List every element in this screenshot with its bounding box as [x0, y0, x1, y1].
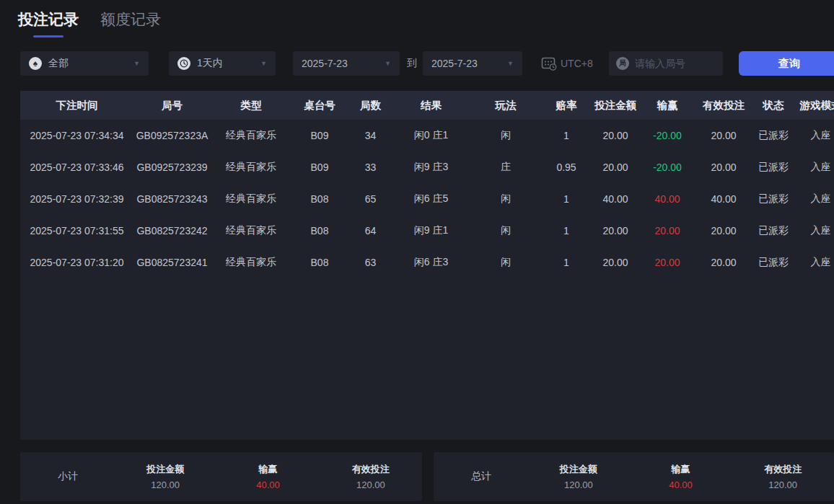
date-to-value: 2025-7-23 — [431, 58, 478, 69]
query-button[interactable]: 查询 — [739, 51, 834, 76]
column-header: 局数 — [348, 91, 393, 120]
table-cell: 入座 — [794, 151, 834, 183]
time-range-value: 1天内 — [197, 57, 223, 70]
summary-stat-label: 有效投注 — [352, 463, 390, 476]
table-cell: 34 — [348, 120, 393, 151]
table-cell: 0.95 — [543, 151, 590, 183]
round-search-input[interactable] — [635, 58, 714, 69]
table-cell: 闲 — [469, 183, 543, 215]
table-cell: 闲9 庄1 — [393, 215, 469, 247]
table-cell: 65 — [348, 183, 393, 215]
table-cell: B09 — [291, 151, 348, 183]
table-cell: 1 — [543, 215, 590, 247]
round-id-icon: 局 — [616, 57, 629, 70]
table-body: 2025-07-23 07:34:34GB092572323A经典百家乐B093… — [20, 120, 834, 278]
game-type-select[interactable]: ♠ 全部 ▼ — [20, 51, 149, 76]
table-cell: 闲6 庄3 — [393, 247, 469, 278]
table-cell: -20.00 — [641, 120, 694, 151]
table-cell: 2025-07-23 07:32:39 — [20, 183, 133, 215]
table-cell: 20.00 — [694, 151, 753, 183]
table-cell: GB0825723243 — [133, 183, 211, 215]
table-cell: 经典百家乐 — [211, 183, 291, 215]
table-cell: 经典百家乐 — [211, 120, 291, 151]
table-row: 2025-07-23 07:31:20GB0825723241经典百家乐B086… — [20, 247, 834, 278]
table-cell: 已派彩 — [753, 215, 794, 247]
table-cell: 20.00 — [590, 120, 641, 151]
table-header-row: 下注时间局号类型桌台号局数结果玩法赔率投注金额输赢有效投注状态游戏模式 — [20, 91, 834, 120]
table-cell: B08 — [291, 247, 348, 278]
table-cell: 闲9 庄3 — [393, 151, 469, 183]
column-header: 类型 — [211, 91, 291, 120]
column-header: 结果 — [393, 91, 469, 120]
summary-stat-label: 有效投注 — [764, 463, 802, 476]
subtotal-panel: 小计 投注金额120.00输赢40.00有效投注120.00 — [20, 452, 422, 501]
table-row: 2025-07-23 07:34:34GB092572323A经典百家乐B093… — [20, 120, 834, 151]
summary-stat-value: 120.00 — [151, 479, 180, 490]
table-cell: 40.00 — [694, 183, 753, 215]
round-search-box[interactable]: 局 — [609, 51, 723, 76]
table-row: 2025-07-23 07:33:46GB0925723239经典百家乐B093… — [20, 151, 834, 183]
table-cell: 20.00 — [694, 215, 753, 247]
tab-bet-records[interactable]: 投注记录 — [18, 9, 79, 37]
summary-stat: 投注金额120.00 — [527, 463, 630, 490]
table-cell: 1 — [543, 247, 590, 278]
table-cell: 2025-07-23 07:31:55 — [20, 215, 133, 247]
column-header: 状态 — [753, 91, 794, 120]
summary-stat: 投注金额120.00 — [114, 463, 216, 490]
table-cell: 33 — [348, 151, 393, 183]
column-header: 玩法 — [469, 91, 543, 120]
game-type-value: 全部 — [48, 57, 69, 70]
spade-icon: ♠ — [29, 57, 42, 70]
table-cell: 1 — [543, 183, 590, 215]
summary-stat-label: 输赢 — [258, 463, 277, 476]
table-cell: 20.00 — [694, 247, 753, 278]
subtotal-label: 小计 — [58, 470, 114, 483]
column-header: 桌台号 — [291, 91, 348, 120]
table-row: 2025-07-23 07:31:55GB0825723242经典百家乐B086… — [20, 215, 834, 247]
table-cell: 2025-07-23 07:33:46 — [20, 151, 133, 183]
date-to-select[interactable]: 2025-7-23 ▼ — [423, 51, 522, 76]
date-from-value: 2025-7-23 — [302, 58, 348, 69]
table-cell: 64 — [348, 215, 393, 247]
column-header: 赔率 — [543, 91, 590, 120]
chevron-down-icon: ▼ — [260, 60, 267, 67]
table-row: 2025-07-23 07:32:39GB0825723243经典百家乐B086… — [20, 183, 834, 215]
summary-stat-label: 投注金额 — [146, 463, 184, 476]
chevron-down-icon: ▼ — [507, 60, 514, 67]
table-cell: 已派彩 — [753, 151, 794, 183]
table-cell: -20.00 — [641, 151, 694, 183]
summary-stat-value: 40.00 — [669, 479, 693, 490]
total-panel: 总计 投注金额120.00输赢40.00有效投注120.00 — [434, 452, 834, 501]
table-cell: 闲 — [469, 247, 543, 278]
summary-stat-value: 40.00 — [256, 479, 280, 490]
summary-stat: 输赢40.00 — [216, 463, 319, 490]
table-cell: 已派彩 — [753, 247, 794, 278]
chevron-down-icon: ▼ — [385, 60, 391, 67]
table-cell: 已派彩 — [753, 183, 794, 215]
tab-bet-records-label: 投注记录 — [18, 9, 79, 30]
column-header: 局号 — [133, 91, 211, 120]
timezone-label: UTC+8 — [561, 58, 593, 69]
table-cell: 1 — [543, 120, 590, 151]
table-cell: 40.00 — [641, 183, 694, 215]
column-header: 下注时间 — [20, 91, 133, 120]
table-cell: 已派彩 — [753, 120, 794, 151]
table-cell: GB092572323A — [133, 120, 211, 151]
table-cell: 2025-07-23 07:31:20 — [20, 247, 133, 278]
table-cell: GB0925723239 — [133, 151, 211, 183]
summary-stat: 有效投注120.00 — [732, 463, 834, 490]
column-header: 投注金额 — [590, 91, 641, 120]
table-cell: 20.00 — [694, 120, 753, 151]
table-cell: 入座 — [794, 183, 834, 215]
table-cell: 2025-07-23 07:34:34 — [20, 120, 133, 151]
table-cell: 经典百家乐 — [211, 247, 291, 278]
table-cell: 经典百家乐 — [211, 215, 291, 247]
table-cell: 经典百家乐 — [211, 151, 291, 183]
table-cell: 40.00 — [590, 183, 641, 215]
time-range-select[interactable]: 1天内 ▼ — [169, 51, 276, 76]
summary-stat: 有效投注120.00 — [320, 463, 422, 490]
chevron-down-icon: ▼ — [133, 60, 140, 67]
date-from-select[interactable]: 2025-7-23 ▼ — [293, 51, 400, 76]
table-cell: 闲6 庄5 — [393, 183, 469, 215]
tab-quota-records[interactable]: 额度记录 — [100, 9, 161, 37]
